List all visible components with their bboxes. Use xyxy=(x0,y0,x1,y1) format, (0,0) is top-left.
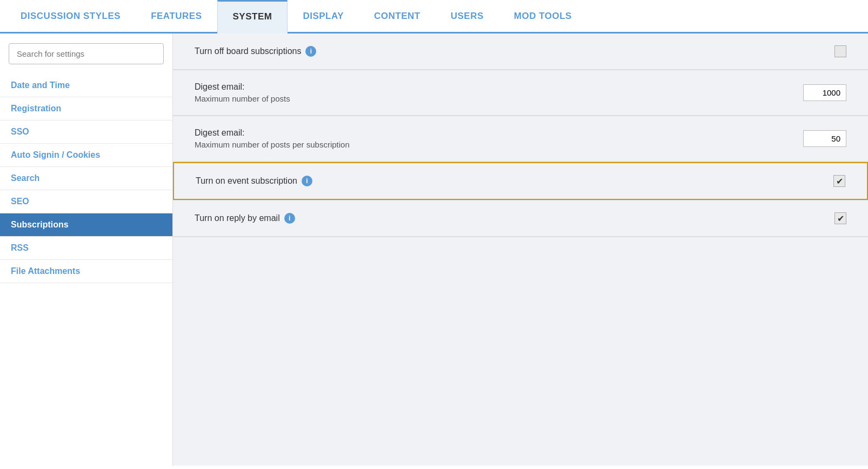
info-icon-reply-by-email[interactable]: i xyxy=(284,213,295,224)
sidebar-item-registration[interactable]: Registration xyxy=(0,97,172,120)
checkbox-event-subscription[interactable]: ✔ xyxy=(833,175,845,187)
search-settings-input[interactable] xyxy=(9,43,164,64)
sidebar-item-auto-signin[interactable]: Auto Signin / Cookies xyxy=(0,144,172,167)
sidebar-item-subscriptions[interactable]: Subscriptions xyxy=(0,213,172,237)
sidebar-item-date-time[interactable]: Date and Time xyxy=(0,74,172,97)
checkbox-board-subscriptions[interactable] xyxy=(834,45,846,57)
tab-display[interactable]: DISPLAY xyxy=(288,0,359,32)
tab-mod-tools[interactable]: MOD TOOLS xyxy=(499,0,587,32)
sidebar-item-rss[interactable]: RSS xyxy=(0,237,172,260)
sidebar: Date and TimeRegistrationSSOAuto Signin … xyxy=(0,34,173,466)
tab-system[interactable]: SYSTEM xyxy=(217,0,288,34)
setting-control-board-subscriptions[interactable] xyxy=(834,45,846,57)
setting-control-digest-email-max-posts[interactable] xyxy=(803,84,846,101)
setting-main-label-digest-email-max-posts: Digest email: xyxy=(195,82,290,92)
setting-row-digest-email-max-posts-per-sub: Digest email:Maximum number of posts per… xyxy=(173,116,868,162)
setting-label-text-event-subscription: Turn on event subscription xyxy=(196,176,297,186)
setting-control-reply-by-email[interactable]: ✔ xyxy=(834,212,846,224)
setting-control-event-subscription[interactable]: ✔ xyxy=(833,175,845,187)
info-icon-event-subscription[interactable]: i xyxy=(302,176,312,186)
setting-row-reply-by-email: Turn on reply by emaili✔ xyxy=(173,200,868,237)
settings-content-area: Turn off board subscriptionsiDigest emai… xyxy=(173,34,868,466)
setting-label-reply-by-email: Turn on reply by emaili xyxy=(195,213,295,224)
setting-label-event-subscription: Turn on event subscriptioni xyxy=(196,176,312,186)
number-input-digest-email-max-posts-per-sub[interactable] xyxy=(803,130,846,147)
sidebar-search-container xyxy=(9,43,164,64)
tab-users[interactable]: USERS xyxy=(436,0,499,32)
tab-discussion-styles[interactable]: DISCUSSION STYLES xyxy=(5,0,136,32)
setting-main-label-digest-email-max-posts-per-sub: Digest email: xyxy=(195,128,350,138)
sidebar-item-sso[interactable]: SSO xyxy=(0,120,172,144)
setting-label-board-subscriptions: Turn off board subscriptionsi xyxy=(195,46,316,57)
sidebar-item-file-attachments[interactable]: File Attachments xyxy=(0,260,172,283)
main-layout: Date and TimeRegistrationSSOAuto Signin … xyxy=(0,34,868,466)
setting-label-text-reply-by-email: Turn on reply by email xyxy=(195,213,280,223)
tab-features[interactable]: FEATURES xyxy=(136,0,217,32)
setting-sub-label-digest-email-max-posts: Maximum number of posts xyxy=(195,94,290,103)
info-icon-board-subscriptions[interactable]: i xyxy=(305,46,316,57)
setting-sub-label-digest-email-max-posts-per-sub: Maximum number of posts per subscription xyxy=(195,140,350,149)
setting-row-digest-email-max-posts: Digest email:Maximum number of posts xyxy=(173,70,868,116)
setting-label-text-board-subscriptions: Turn off board subscriptions xyxy=(195,46,301,56)
top-navigation: DISCUSSION STYLESFEATURESSYSTEMDISPLAYCO… xyxy=(0,0,868,34)
setting-label-digest-email-max-posts: Digest email:Maximum number of posts xyxy=(195,82,290,103)
setting-control-digest-email-max-posts-per-sub[interactable] xyxy=(803,130,846,147)
checkbox-reply-by-email[interactable]: ✔ xyxy=(834,212,846,224)
setting-row-board-subscriptions: Turn off board subscriptionsi xyxy=(173,34,868,70)
tab-content[interactable]: CONTENT xyxy=(359,0,436,32)
setting-row-event-subscription: Turn on event subscriptioni✔ xyxy=(173,162,868,200)
sidebar-item-search[interactable]: Search xyxy=(0,167,172,190)
sidebar-item-seo[interactable]: SEO xyxy=(0,190,172,213)
number-input-digest-email-max-posts[interactable] xyxy=(803,84,846,101)
setting-label-digest-email-max-posts-per-sub: Digest email:Maximum number of posts per… xyxy=(195,128,350,149)
